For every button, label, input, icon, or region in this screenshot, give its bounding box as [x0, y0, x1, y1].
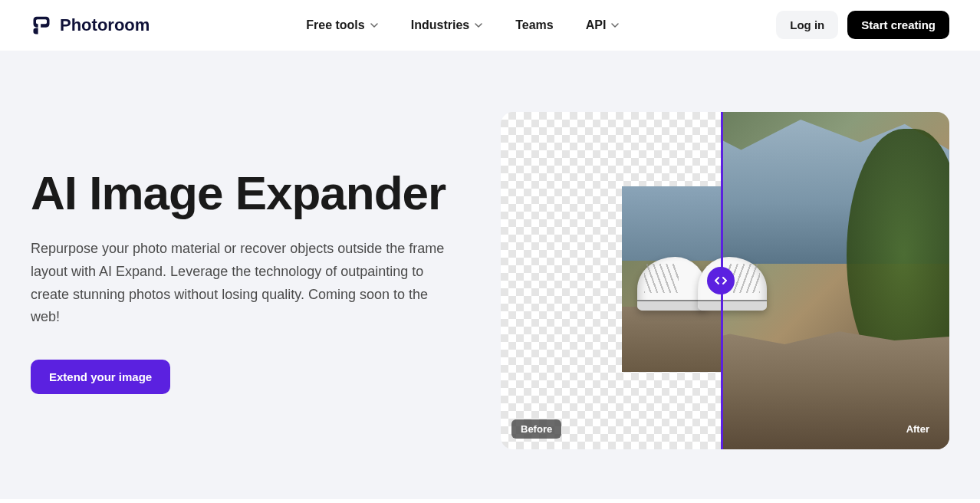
before-after-comparison: Before After [501, 112, 949, 449]
chevron-down-icon [370, 21, 379, 30]
brand-name: Photoroom [60, 15, 150, 35]
hero-text: AI Image Expander Repurpose your photo m… [31, 167, 460, 394]
before-label: Before [511, 419, 561, 439]
after-label: After [897, 419, 939, 439]
nav-api[interactable]: API [586, 18, 620, 32]
hero-section: AI Image Expander Repurpose your photo m… [0, 51, 980, 499]
horizontal-arrows-icon [715, 276, 727, 285]
chevron-down-icon [474, 21, 483, 30]
main-header: Photoroom Free tools Industries Teams AP… [0, 0, 980, 51]
hero-description: Repurpose your photo material or recover… [31, 238, 460, 329]
nav-industries[interactable]: Industries [411, 18, 483, 32]
chevron-down-icon [610, 21, 620, 30]
photoroom-logo-icon [31, 15, 52, 36]
hero-content: AI Image Expander Repurpose your photo m… [31, 112, 949, 449]
hero-title: AI Image Expander [31, 167, 460, 219]
hero-image: Before After [501, 112, 949, 449]
nav-item-label: Teams [515, 18, 554, 32]
header-actions: Log in Start creating [776, 11, 949, 39]
before-mountain-scenery [622, 186, 723, 261]
start-creating-button[interactable]: Start creating [847, 11, 949, 39]
nav-teams[interactable]: Teams [515, 18, 554, 32]
main-nav: Free tools Industries Teams API [306, 18, 620, 32]
before-rock-scenery [622, 307, 723, 372]
extend-image-button[interactable]: Extend your image [31, 360, 170, 394]
nav-item-label: Free tools [306, 18, 364, 32]
login-button[interactable]: Log in [776, 11, 838, 39]
nav-item-label: Industries [411, 18, 469, 32]
comparison-slider-handle[interactable] [707, 267, 735, 294]
nav-free-tools[interactable]: Free tools [306, 18, 378, 32]
nav-item-label: API [586, 18, 607, 32]
brand-logo[interactable]: Photoroom [31, 15, 150, 36]
product-shoe-left [637, 257, 706, 311]
